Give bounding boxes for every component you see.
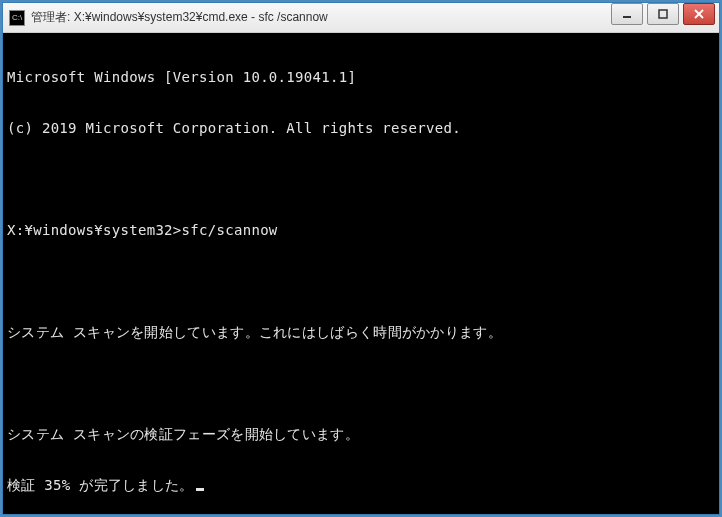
titlebar[interactable]: C:\ 管理者: X:¥windows¥system32¥cmd.exe - s… <box>3 3 719 33</box>
terminal-line <box>7 375 715 392</box>
window-title: 管理者: X:¥windows¥system32¥cmd.exe - sfc /… <box>31 9 609 26</box>
terminal-output[interactable]: Microsoft Windows [Version 10.0.19041.1]… <box>3 33 719 514</box>
close-button[interactable] <box>683 3 715 25</box>
terminal-line <box>7 171 715 188</box>
terminal-line: システム スキャンの検証フェーズを開始しています。 <box>7 426 715 443</box>
svg-rect-1 <box>659 10 667 18</box>
terminal-progress-line: 検証 35% が完了しました。 <box>7 477 715 494</box>
terminal-line: (c) 2019 Microsoft Corporation. All righ… <box>7 120 715 137</box>
terminal-prompt-line: X:¥windows¥system32>sfc/scannow <box>7 222 715 239</box>
window-controls <box>609 3 719 32</box>
command-prompt-window: C:\ 管理者: X:¥windows¥system32¥cmd.exe - s… <box>2 2 720 515</box>
terminal-line: システム スキャンを開始しています。これにはしばらく時間がかかります。 <box>7 324 715 341</box>
minimize-button[interactable] <box>611 3 643 25</box>
terminal-line <box>7 273 715 290</box>
maximize-icon <box>658 9 668 19</box>
svg-rect-0 <box>623 16 631 18</box>
minimize-icon <box>622 9 632 19</box>
terminal-line: Microsoft Windows [Version 10.0.19041.1] <box>7 69 715 86</box>
maximize-button[interactable] <box>647 3 679 25</box>
cmd-icon: C:\ <box>9 10 25 26</box>
progress-text: 検証 35% が完了しました。 <box>7 477 194 493</box>
close-icon <box>694 9 704 19</box>
cursor <box>196 488 204 491</box>
